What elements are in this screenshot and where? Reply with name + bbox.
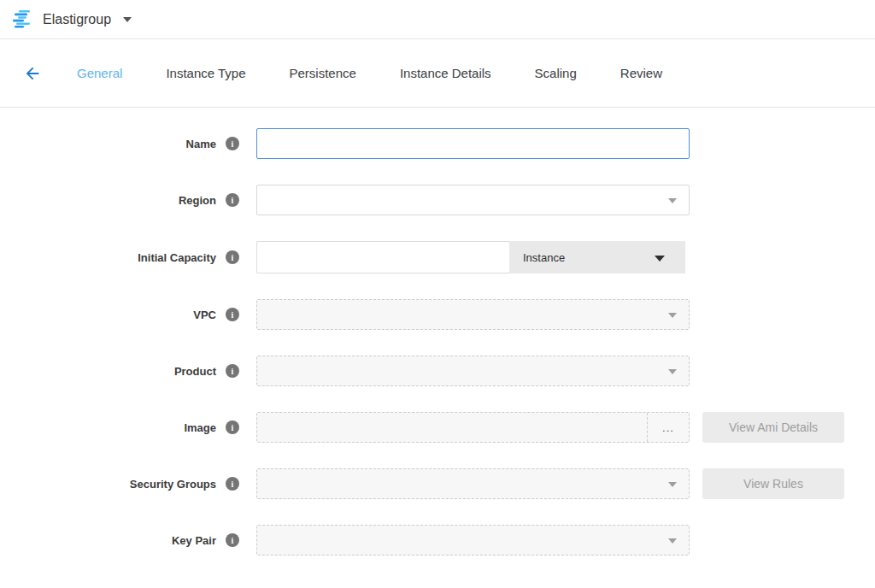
tab-scaling[interactable]: Scaling [533,61,578,85]
image-input[interactable]: ... [256,412,690,443]
chevron-down-icon [668,313,677,318]
product-select[interactable] [256,356,690,386]
wizard-tab-bar: General Instance Type Persistence Instan… [0,39,875,108]
capacity-unit-select[interactable]: Instance [509,241,685,273]
wizard-tabs: General Instance Type Persistence Instan… [75,61,704,85]
info-icon[interactable]: i [226,137,239,150]
region-label: Region [179,194,216,207]
product-label: Product [174,365,216,378]
tab-general[interactable]: General [75,61,124,85]
info-icon[interactable]: i [226,364,239,378]
form-row-security-groups: Security Groups i View Rules [0,468,875,499]
info-icon[interactable]: i [226,193,239,207]
back-button[interactable] [17,58,48,89]
tab-instance-type[interactable]: Instance Type [164,61,247,85]
chevron-down-icon [668,369,677,374]
elastigroup-logo-icon [12,9,34,30]
tab-review[interactable]: Review [619,61,664,85]
app-title: Elastigroup [43,12,111,27]
view-rules-button[interactable]: View Rules [702,468,844,499]
tab-persistence[interactable]: Persistence [288,61,358,85]
initial-capacity-label: Initial Capacity [138,251,216,264]
form-row-image: Image i ... View Ami Details [0,412,875,443]
arrow-back-icon [23,64,42,83]
info-icon[interactable]: i [226,250,239,264]
vpc-select[interactable] [256,299,690,330]
chevron-down-icon [668,482,677,487]
security-groups-label: Security Groups [130,478,216,491]
region-select[interactable] [256,185,690,215]
initial-capacity-input[interactable] [256,241,509,273]
form-row-region: Region i [0,185,875,215]
form-row-initial-capacity: Initial Capacity i Instance [0,241,875,273]
form-row-key-pair: Key Pair i [0,525,875,556]
app-header: Elastigroup [0,0,875,39]
chevron-down-icon [655,256,665,262]
info-icon[interactable]: i [226,308,239,321]
chevron-down-icon [123,17,132,22]
key-pair-select[interactable] [256,525,690,556]
info-icon[interactable]: i [226,477,239,491]
capacity-unit-value: Instance [523,251,565,264]
product-switcher[interactable]: Elastigroup [12,9,132,30]
info-icon[interactable]: i [226,533,239,547]
form-row-product: Product i [0,356,875,386]
view-ami-details-button[interactable]: View Ami Details [702,412,844,443]
general-form: Name i Region i Initial Capacity i Insta… [0,108,875,556]
vpc-label: VPC [193,309,216,321]
image-label: Image [184,421,216,434]
tab-instance-details[interactable]: Instance Details [398,61,493,85]
image-browse-button[interactable]: ... [647,413,689,442]
name-label: Name [186,138,216,150]
name-input[interactable] [256,128,690,159]
form-row-name: Name i [0,128,875,159]
key-pair-label: Key Pair [172,534,216,547]
chevron-down-icon [668,198,677,203]
info-icon[interactable]: i [226,420,239,434]
chevron-down-icon [668,538,677,544]
image-value [257,413,647,442]
security-groups-select[interactable] [256,468,690,499]
form-row-vpc: VPC i [0,299,875,330]
